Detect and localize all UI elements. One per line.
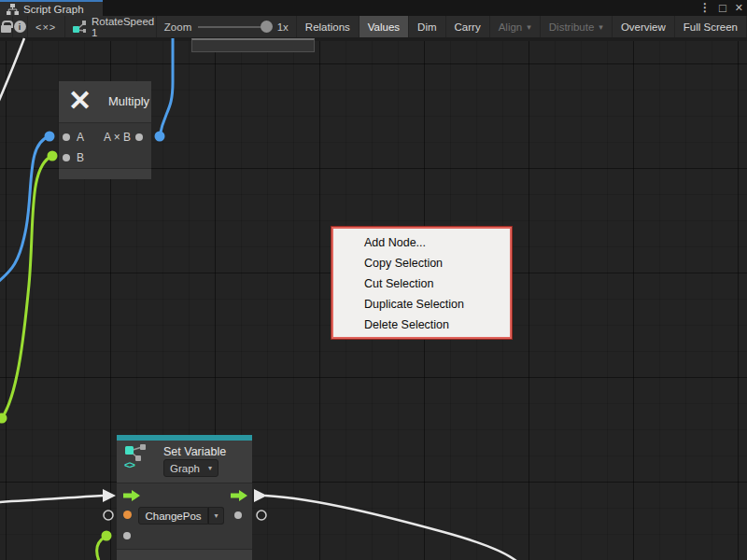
lock-button[interactable] [0,16,13,37]
code-view-button[interactable]: <×> [28,16,65,37]
window-controls: ⋮ □ ✕ [699,0,743,16]
node-graph-icon [73,21,86,34]
tab-script-graph[interactable]: Script Graph [0,0,103,16]
full-screen-button[interactable]: Full Screen [675,16,747,37]
maximize-icon[interactable]: □ [719,0,726,16]
kebab-menu-icon[interactable]: ⋮ [699,0,711,16]
toolbar: i <×> RotateSpeed 1 Zoom 1x Relations Va… [0,16,747,37]
zoom-value: 1x [277,21,289,33]
flow-input-arrow-icon[interactable] [123,490,141,501]
graph-icon [7,4,19,15]
close-icon[interactable]: ✕ [735,0,743,16]
chevron-down-icon: ▾ [527,22,531,32]
port-label-b: B [77,151,84,164]
menu-item-add-node[interactable]: Add Node... [333,232,510,253]
port-variable-input[interactable] [123,511,132,519]
set-variable-title: Set Variable [163,445,226,458]
port-label-axb: A × B [104,131,131,144]
port-input-b[interactable] [63,154,70,161]
multiply-node[interactable]: ✕ Multiply A A × B B [59,81,151,179]
chevron-down-icon: ▾ [208,464,212,472]
info-icon: i [14,21,26,33]
align-label: Align [499,21,523,33]
variable-name-dropdown[interactable]: ChangePos [138,507,208,525]
menu-item-cut-selection[interactable]: Cut Selection [333,273,510,294]
graph-name: RotateSpeed 1 [92,16,156,38]
set-variable-footer [117,549,252,560]
variable-name-dropdown-button[interactable]: ▾ [208,507,224,525]
overview-button[interactable]: Overview [613,16,675,37]
chevron-down-icon: ▾ [599,22,603,32]
info-button[interactable]: i [13,16,28,37]
port-input-a[interactable] [63,133,70,141]
dim-button[interactable]: Dim [409,16,445,37]
menu-item-duplicate-selection[interactable]: Duplicate Selection [333,294,510,315]
relations-button[interactable]: Relations [297,16,359,37]
graph-breadcrumb[interactable]: RotateSpeed 1 [65,16,157,37]
values-button[interactable]: Values [359,16,409,37]
tab-bar: Script Graph ⋮ □ ✕ [0,0,747,16]
zoom-label: Zoom [164,21,191,33]
port-output-axb[interactable] [135,133,143,141]
distribute-label: Distribute [549,21,595,33]
menu-item-delete-selection[interactable]: Delete Selection [333,315,510,335]
zoom-slider[interactable] [198,26,270,28]
flow-output-arrow-icon[interactable] [231,490,248,501]
chevron-down-icon: ▾ [214,511,218,520]
zoom-slider-handle[interactable] [261,21,273,33]
set-variable-node[interactable]: <> Set Variable Graph ▾ ChangePos ▾ [117,435,252,560]
port-variable-output[interactable] [234,511,242,519]
distribute-button[interactable]: Distribute ▾ [541,16,613,37]
variable-scope-dropdown[interactable]: Graph ▾ [163,459,218,477]
lock-icon [1,25,11,33]
multiply-icon: ✕ [68,85,92,117]
tab-label: Script Graph [23,4,84,15]
variable-name-value: ChangePos [145,511,201,522]
multiply-node-title: Multiply [108,94,149,108]
port-value-input[interactable] [123,532,131,539]
multiply-node-header[interactable]: ✕ Multiply [59,81,151,122]
context-menu: Add Node... Copy Selection Cut Selection… [331,227,512,339]
carry-button[interactable]: Carry [446,16,490,37]
align-button[interactable]: Align ▾ [490,16,541,37]
menu-item-copy-selection[interactable]: Copy Selection [333,253,510,273]
script-graph-window: ✕ Multiply A A × B B <> Set Variable Gra… [0,0,747,560]
port-label-a: A [77,131,84,144]
multiply-node-body [59,122,151,168]
variable-code-icon: <> [124,459,134,470]
multiply-node-footer [59,168,151,179]
variable-scope-value: Graph [170,463,200,474]
clipped-node-bottom[interactable] [191,38,315,52]
top-bar: Script Graph ⋮ □ ✕ i <×> RotateSpeed [0,0,747,37]
code-view-icon: <×> [35,21,56,33]
zoom-control: Zoom 1x [157,16,297,37]
